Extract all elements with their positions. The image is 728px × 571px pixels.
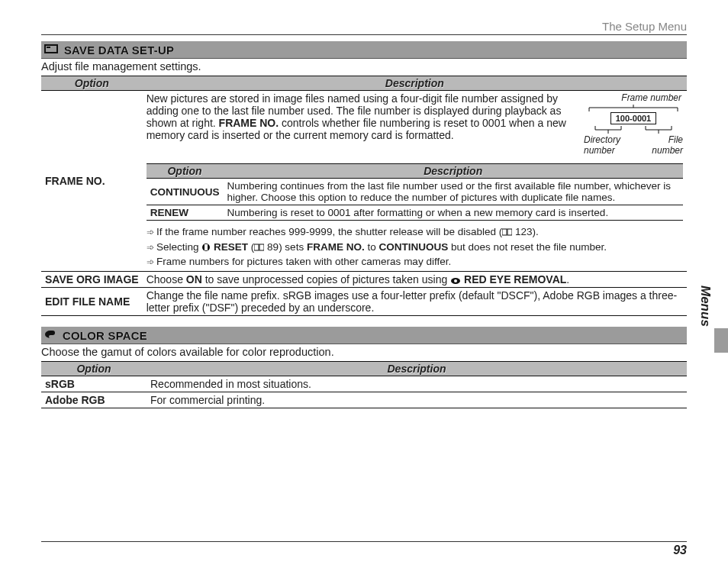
row-save-org: SAVE ORG IMAGE Choose ON to save unproce… bbox=[41, 272, 687, 288]
opt-desc: For commercial printing. bbox=[147, 392, 687, 408]
diagram-top-label: Frame number bbox=[584, 92, 683, 103]
color-space-table: Option Description sRGB Recommended in m… bbox=[41, 361, 687, 408]
table-header-row: Option Description bbox=[41, 76, 687, 90]
row-frame-no: FRAME NO. Frame number 100-0001 bbox=[41, 90, 687, 271]
svg-rect-8 bbox=[259, 244, 264, 250]
folder-icon bbox=[44, 44, 58, 56]
section-bar-color-space: COLOR SPACE bbox=[41, 327, 687, 344]
inner-opt-label: CONTINUOUS bbox=[147, 179, 224, 205]
opt-label: Adobe RGB bbox=[41, 392, 147, 408]
inner-opt-label: RENEW bbox=[147, 205, 224, 221]
diagram-sample: 100-0001 bbox=[610, 112, 657, 124]
opt-desc-cell: Change the file name prefix. sRGB images… bbox=[143, 288, 687, 316]
palette-icon bbox=[44, 329, 56, 341]
opt-desc: Recommended in most situations. bbox=[147, 376, 687, 392]
book-ref-icon bbox=[254, 244, 264, 251]
svg-rect-4 bbox=[507, 229, 512, 235]
frame-number-diagram: Frame number 100-0001 Directory bbox=[584, 92, 683, 156]
opt-label: sRGB bbox=[41, 376, 147, 392]
inner-col-desc: Description bbox=[223, 164, 683, 179]
col-description: Description bbox=[143, 76, 687, 90]
book-ref-icon bbox=[502, 228, 512, 236]
section-title: COLOR SPACE bbox=[63, 329, 147, 342]
section-intro: Adjust file management settings. bbox=[41, 60, 687, 73]
col-description: Description bbox=[147, 361, 687, 376]
row-srgb: sRGB Recommended in most situations. bbox=[41, 376, 687, 392]
opt-desc-cell: Choose ON to save unprocessed copies of … bbox=[143, 272, 687, 288]
chapter-title: The Setup Menu bbox=[602, 20, 687, 33]
side-tab: Menus bbox=[696, 282, 714, 337]
note-item: If the frame number reaches 999-9999, th… bbox=[147, 225, 683, 239]
inner-col-option: Option bbox=[147, 164, 224, 179]
inner-opt-desc: Numbering is reset to 0001 after formatt… bbox=[223, 205, 683, 221]
manual-page: The Setup Menu SAVE DATA SET-UP Adjust f… bbox=[0, 0, 728, 408]
note-item: Selecting RESET ( 89) sets FRAME NO. to … bbox=[147, 240, 683, 254]
svg-rect-6 bbox=[205, 244, 208, 250]
bracket-bottom-icon bbox=[588, 126, 679, 134]
frame-no-notes: If the frame number reaches 999-9999, th… bbox=[147, 225, 683, 269]
wrench-icon bbox=[201, 243, 211, 252]
diagram-right-label: File number bbox=[652, 135, 683, 156]
side-tab-mark bbox=[714, 328, 728, 353]
frame-no-desc: New pictures are stored in image files n… bbox=[147, 92, 566, 141]
section-bar-save-data: SAVE DATA SET-UP bbox=[41, 41, 687, 59]
svg-rect-7 bbox=[254, 244, 259, 250]
save-data-table: Option Description FRAME NO. Frame numbe… bbox=[41, 76, 687, 316]
opt-label: FRAME NO. bbox=[41, 90, 143, 271]
table-header-row: Option Description bbox=[41, 361, 687, 376]
bracket-top-icon bbox=[588, 105, 679, 112]
red-eye-icon bbox=[450, 277, 461, 285]
diagram-left-label: Directory number bbox=[584, 135, 620, 156]
row-adobe-rgb: Adobe RGB For commercial printing. bbox=[41, 392, 687, 408]
opt-label: EDIT FILE NAME bbox=[41, 288, 143, 316]
side-tab-label: Menus bbox=[696, 282, 714, 337]
col-option: Option bbox=[41, 76, 143, 90]
frame-no-inner-table: Option Description CONTINUOUS Numbering … bbox=[147, 163, 683, 221]
opt-desc-cell: Frame number 100-0001 Directory bbox=[143, 90, 687, 271]
section-intro: Choose the gamut of colors available for… bbox=[41, 346, 687, 358]
svg-rect-2 bbox=[47, 47, 50, 48]
inner-row-renew: RENEW Numbering is reset to 0001 after f… bbox=[147, 205, 683, 221]
note-item: Frame numbers for pictures taken with ot… bbox=[147, 255, 683, 269]
opt-label: SAVE ORG IMAGE bbox=[41, 272, 143, 288]
svg-rect-3 bbox=[502, 229, 507, 235]
svg-point-10 bbox=[454, 279, 457, 282]
inner-row-continuous: CONTINUOUS Numbering continues from the … bbox=[147, 179, 683, 205]
inner-opt-desc: Numbering continues from the last file n… bbox=[223, 179, 683, 205]
page-number: 93 bbox=[41, 541, 687, 557]
page-header: The Setup Menu bbox=[41, 20, 687, 35]
col-option: Option bbox=[41, 361, 147, 376]
row-edit-file: EDIT FILE NAME Change the file name pref… bbox=[41, 288, 687, 316]
section-title: SAVE DATA SET-UP bbox=[64, 44, 174, 56]
